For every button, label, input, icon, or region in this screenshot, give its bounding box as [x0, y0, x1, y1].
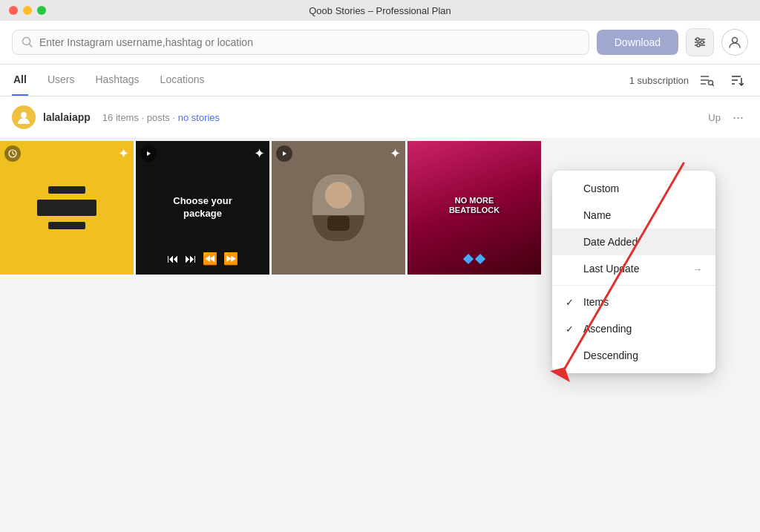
- dropdown-label-last-update: Last Update: [583, 263, 640, 275]
- thumb-4[interactable]: ✦ NO MOREBEATBLOCK: [407, 141, 541, 275]
- profile-icon: [728, 36, 741, 49]
- tabs-bar: All Users Hashtags Locations 1 subscript…: [0, 65, 760, 96]
- dropdown-label-date-added: Date Added: [583, 236, 638, 248]
- svg-point-7: [697, 44, 700, 47]
- beatblock-text: NO MOREBEATBLOCK: [449, 196, 499, 215]
- sort-button[interactable]: [724, 68, 748, 92]
- beatblock-diamonds: [465, 255, 484, 263]
- dropdown-item-name[interactable]: Name: [552, 202, 715, 229]
- thumb-3[interactable]: ✦: [272, 141, 405, 275]
- more-options-button[interactable]: ···: [728, 108, 748, 127]
- thumb-2-text: Choose yourpackage: [173, 195, 232, 220]
- video-badge: [140, 145, 157, 162]
- dropdown-item-last-update[interactable]: Last Update →: [552, 255, 715, 282]
- thumb-2-overlay-tl: [140, 145, 157, 162]
- thumb-1[interactable]: ✦: [0, 141, 134, 275]
- account-name: lalalaiapp: [43, 111, 91, 123]
- dropdown-menu: Custom Name Date Added Last Update → ✓ I…: [552, 171, 715, 373]
- tabs-container: All Users Hashtags Locations: [12, 65, 206, 96]
- tab-actions: 1 subscription: [629, 68, 748, 92]
- dropdown-label-items: Items: [583, 296, 609, 308]
- sliders-icon: [693, 36, 707, 49]
- thumb-3-overlay-tl: [276, 145, 292, 162]
- svg-point-6: [701, 41, 704, 44]
- search-input[interactable]: [39, 36, 580, 48]
- dropdown-item-ascending[interactable]: ✓ Ascending: [552, 315, 715, 342]
- search-list-icon: [699, 73, 714, 88]
- svg-line-1: [30, 45, 33, 47]
- app-window: Download All Users Hashtags Locations: [0, 21, 760, 532]
- dropdown-item-date-added[interactable]: Date Added: [552, 229, 715, 255]
- svg-point-17: [21, 112, 27, 118]
- svg-point-5: [696, 38, 699, 41]
- tab-locations[interactable]: Locations: [159, 65, 206, 96]
- items-count: 16 items: [102, 112, 139, 123]
- thumb-2-overlay-tr: ✦: [254, 145, 265, 162]
- profile-button[interactable]: [721, 29, 748, 56]
- tab-users[interactable]: Users: [46, 65, 76, 96]
- minimize-button[interactable]: [23, 6, 32, 15]
- avatar: [12, 105, 36, 129]
- svg-marker-21: [147, 151, 151, 156]
- account-meta: 16 items · posts · no stories: [102, 112, 220, 123]
- dropdown-label-custom: Custom: [583, 183, 619, 194]
- thumb-3-overlay-tr: ✦: [390, 145, 401, 162]
- dropdown-divider: [552, 285, 715, 286]
- svg-line-13: [712, 85, 714, 86]
- check-ascending: ✓: [566, 324, 577, 335]
- svg-point-8: [733, 38, 738, 43]
- dropdown-item-items[interactable]: ✓ Items: [552, 289, 715, 315]
- title-bar: Qoob Stories – Professional Plan: [0, 0, 760, 21]
- svg-marker-22: [283, 151, 286, 156]
- update-status: Up: [708, 112, 721, 123]
- account-row: lalalaiapp 16 items · posts · no stories…: [0, 96, 760, 139]
- account-type: posts: [147, 112, 170, 123]
- video-badge-3: [276, 145, 292, 162]
- download-button[interactable]: Download: [597, 30, 678, 55]
- account-row-right: Up ···: [708, 108, 748, 127]
- dropdown-item-descending[interactable]: Descending: [552, 342, 715, 369]
- plus-icon: ✦: [118, 146, 129, 161]
- thumb-1-overlay-tl: [4, 145, 21, 162]
- dropdown-label-descending: Descending: [583, 349, 638, 361]
- filter-button[interactable]: [686, 28, 714, 56]
- close-button[interactable]: [9, 6, 18, 15]
- arrow-right-icon: →: [692, 263, 702, 275]
- traffic-lights: [9, 6, 46, 15]
- dropdown-label-ascending: Ascending: [583, 323, 632, 335]
- search-list-button[interactable]: [695, 68, 718, 92]
- clock-icon: [4, 145, 21, 162]
- subscription-label: 1 subscription: [629, 75, 689, 86]
- svg-line-20: [13, 154, 15, 155]
- top-bar: Download: [0, 21, 760, 65]
- media-controls: ⏮ ⏭ ⏪ ⏩: [167, 252, 238, 266]
- thumb-2[interactable]: ✦ Choose yourpackage ⏮ ⏭ ⏪ ⏩: [136, 141, 269, 275]
- search-icon: [22, 36, 33, 48]
- dropdown-item-custom[interactable]: Custom: [552, 175, 715, 202]
- stories-link[interactable]: no stories: [178, 112, 220, 123]
- maximize-button[interactable]: [37, 6, 46, 15]
- tab-all[interactable]: All: [12, 65, 28, 96]
- sort-icon: [729, 73, 744, 88]
- window-title: Qoob Stories – Professional Plan: [309, 5, 451, 16]
- content-area: lalalaiapp 16 items · posts · no stories…: [0, 96, 760, 532]
- tab-hashtags[interactable]: Hashtags: [94, 65, 140, 96]
- search-bar[interactable]: [12, 30, 589, 55]
- thumb-1-overlay-tr: ✦: [118, 145, 129, 162]
- check-items: ✓: [566, 297, 577, 308]
- dropdown-label-name: Name: [583, 209, 611, 221]
